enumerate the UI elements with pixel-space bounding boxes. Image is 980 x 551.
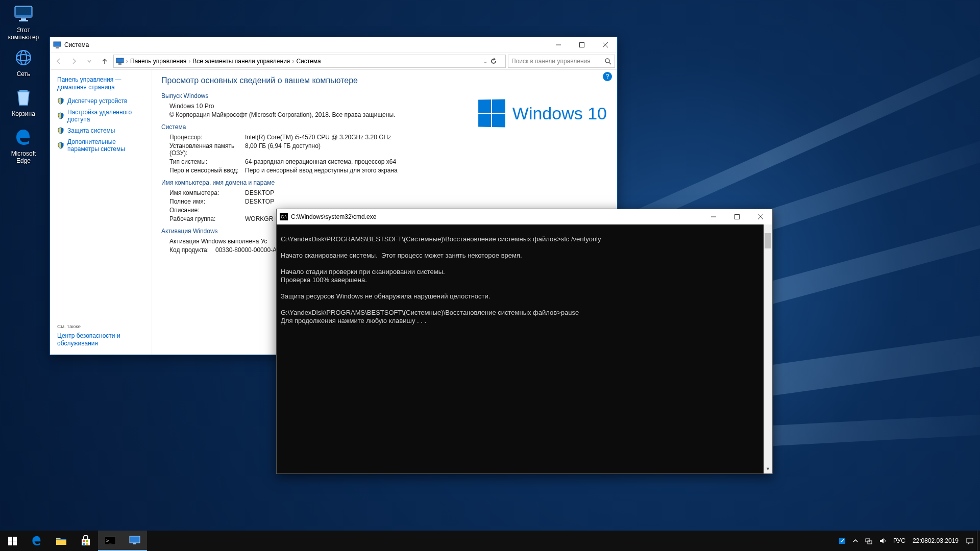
svg-rect-30 — [83, 540, 85, 542]
minimize-button[interactable] — [702, 209, 725, 224]
edge-icon — [13, 127, 34, 148]
svg-rect-9 — [56, 47, 59, 48]
breadcrumb-item[interactable]: Все элементы панели управления — [192, 58, 290, 65]
desktop-icon-this-pc[interactable]: Этоткомпьютер — [3, 3, 44, 41]
chevron-down-icon[interactable]: ⌄ — [483, 58, 488, 65]
minimize-button[interactable] — [547, 37, 570, 53]
svg-rect-24 — [8, 537, 12, 541]
cpu-label: Процессор: — [169, 134, 245, 141]
window-title: Система — [64, 41, 89, 48]
desktop-icon-network[interactable]: Сеть — [3, 47, 44, 78]
forward-button[interactable] — [67, 55, 81, 68]
chevron-right-icon[interactable]: › — [126, 58, 128, 65]
tray-volume-icon[interactable] — [876, 531, 890, 551]
tray-sync-icon[interactable] — [835, 531, 849, 551]
svg-rect-26 — [8, 541, 12, 545]
pc-icon — [13, 3, 34, 24]
cmd-output[interactable]: G:\YandexDisk\PROGRAMS\BESTSOFT\(Системн… — [277, 224, 772, 473]
desktop-icon-label: Этоткомпьютер — [3, 27, 44, 41]
recent-dropdown[interactable] — [83, 55, 96, 68]
taskbar-edge[interactable] — [24, 531, 49, 551]
shield-icon — [57, 127, 64, 134]
nav-link-system-protection[interactable]: Защита системы — [57, 127, 144, 134]
pen-label: Перо и сенсорный ввод: — [169, 167, 245, 174]
section-title-edition: Выпуск Windows — [161, 92, 608, 99]
breadcrumb-bar[interactable]: › Панель управления › Все элементы панел… — [113, 55, 506, 68]
maximize-button[interactable] — [570, 37, 594, 53]
tray-action-center-icon[interactable] — [963, 531, 977, 551]
tray-chevron-up-icon[interactable] — [849, 531, 862, 551]
taskbar-explorer[interactable] — [49, 531, 74, 551]
shield-icon — [57, 142, 64, 149]
refresh-button[interactable] — [490, 58, 503, 65]
cpu-value: Intel(R) Core(TM) i5-4570 CPU @ 3.20GHz … — [245, 134, 391, 141]
tray-network-icon[interactable] — [862, 531, 876, 551]
svg-rect-33 — [86, 543, 88, 545]
copyright-text: © Корпорация Майкрософт (Microsoft Corpo… — [169, 111, 395, 118]
taskbar: >_ РУС 22:08 02.03.2019 — [0, 531, 980, 551]
help-button[interactable]: ? — [603, 72, 612, 81]
workgroup-value: WORKGR — [245, 215, 273, 222]
svg-rect-25 — [13, 537, 17, 541]
see-also-title: См. также — [57, 323, 149, 329]
tray-language[interactable]: РУС — [890, 531, 909, 551]
nav-link-label: Дополнительные параметры системы — [67, 138, 144, 153]
desktop-icon-recycle-bin[interactable]: Корзина — [3, 87, 44, 117]
page-heading: Просмотр основных сведений о вашем компь… — [161, 76, 608, 85]
description-label: Описание: — [169, 207, 245, 214]
windows-logo-text: Windows 10 — [512, 104, 607, 123]
window-titlebar[interactable]: Система — [50, 37, 617, 53]
close-button[interactable] — [749, 209, 772, 224]
nav-link-device-manager[interactable]: Диспетчер устройств — [57, 97, 144, 105]
cmd-icon: C:\ — [280, 213, 288, 220]
show-desktop-button[interactable] — [977, 531, 980, 551]
svg-text:>_: >_ — [106, 538, 112, 543]
see-also-section: См. также Центр безопасности и обслужива… — [57, 323, 149, 347]
svg-rect-31 — [86, 540, 88, 542]
product-key-label: Код продукта: — [169, 246, 215, 254]
cmd-titlebar[interactable]: C:\ C:\Windows\system32\cmd.exe — [277, 209, 772, 224]
search-input[interactable]: Поиск в панели управления — [508, 55, 615, 68]
svg-rect-28 — [56, 539, 66, 540]
svg-rect-2 — [21, 18, 26, 20]
nav-link-remote-settings[interactable]: Настройка удаленного доступа — [57, 109, 144, 123]
desktop-icon-label: MicrosoftEdge — [3, 150, 44, 164]
workgroup-label: Рабочая группа: — [169, 215, 245, 222]
cmd-scrollbar[interactable]: ▲ ▼ — [764, 224, 772, 473]
maximize-button[interactable] — [725, 209, 749, 224]
back-button[interactable] — [52, 55, 65, 68]
svg-rect-37 — [130, 536, 140, 543]
taskbar-system[interactable] — [122, 531, 147, 551]
full-name-value: DESKTOP — [245, 198, 274, 205]
cmd-title: C:\Windows\system32\cmd.exe — [291, 213, 376, 220]
tray-clock[interactable]: 22:08 02.03.2019 — [909, 531, 963, 551]
breadcrumb-item[interactable]: Система — [296, 58, 321, 65]
system-icon — [116, 57, 124, 65]
close-button[interactable] — [594, 37, 617, 53]
network-icon — [13, 47, 34, 68]
systype-value: 64-разрядная операционная система, проце… — [245, 158, 396, 165]
address-bar: › Панель управления › Все элементы панел… — [50, 53, 617, 70]
control-panel-home-link[interactable]: Панель управления — домашняя страница — [57, 76, 144, 91]
systype-label: Тип системы: — [169, 158, 245, 165]
chevron-right-icon[interactable]: › — [292, 58, 294, 65]
tray-date: 02.03.2019 — [928, 537, 959, 544]
breadcrumb-item[interactable]: Панель управления — [130, 58, 186, 65]
svg-rect-8 — [54, 42, 61, 46]
desktop-icon-edge[interactable]: MicrosoftEdge — [3, 127, 44, 164]
taskbar-store[interactable] — [74, 531, 98, 551]
nav-link-advanced-settings[interactable]: Дополнительные параметры системы — [57, 138, 144, 153]
taskbar-cmd[interactable]: >_ — [98, 531, 122, 551]
windows-logo: Windows 10 — [478, 99, 607, 127]
scroll-thumb[interactable] — [765, 233, 771, 248]
start-button[interactable] — [0, 531, 24, 551]
scroll-down-icon[interactable]: ▼ — [764, 465, 772, 473]
up-button[interactable] — [98, 55, 111, 68]
svg-rect-14 — [116, 58, 124, 63]
chevron-right-icon[interactable]: › — [188, 58, 190, 65]
search-icon — [604, 58, 611, 65]
ram-label: Установленная память (ОЗУ): — [169, 142, 245, 157]
see-also-link[interactable]: Центр безопасности и обслуживания — [57, 332, 149, 347]
svg-point-5 — [16, 55, 31, 61]
svg-point-4 — [16, 51, 31, 65]
